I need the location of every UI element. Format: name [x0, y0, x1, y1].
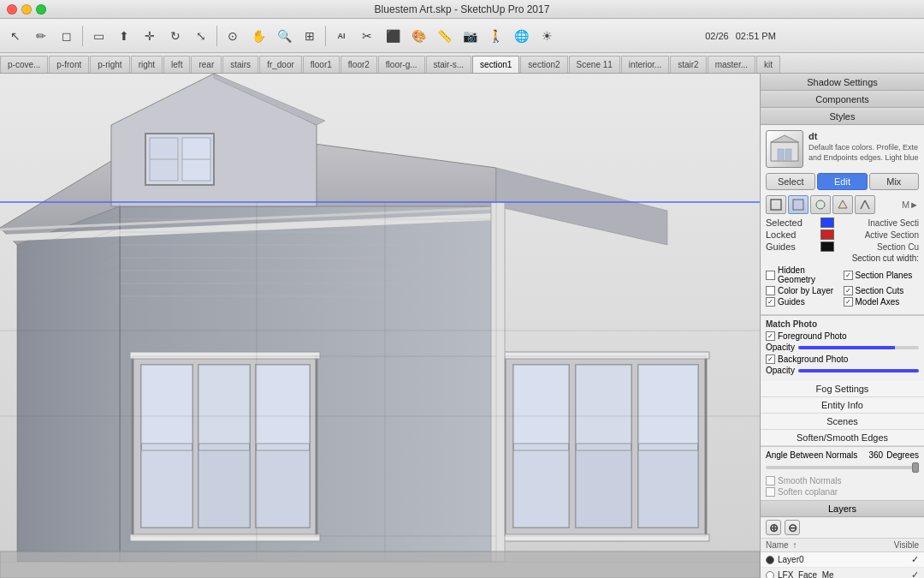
guides-swatch[interactable]	[820, 241, 834, 252]
layer-row[interactable]: Layer0✓	[761, 552, 924, 568]
layer-name: Layer0	[778, 555, 880, 564]
section-cuts-checkbox[interactable]	[844, 286, 853, 295]
section-cuts-label: Section Cu	[877, 242, 919, 252]
soften-coplanar-checkbox[interactable]	[766, 487, 775, 497]
shadow-tool[interactable]: ☀	[535, 24, 559, 48]
smooth-normals-check[interactable]: Smooth Normals	[766, 476, 919, 486]
tab-floor1[interactable]: floor1	[303, 56, 340, 73]
guides-check[interactable]: Guides	[766, 297, 842, 307]
svg-rect-31	[198, 365, 250, 444]
degrees-label: Degrees	[886, 450, 919, 460]
color-by-layer-checkbox[interactable]	[766, 286, 775, 295]
rotate-tool[interactable]: ↻	[163, 24, 187, 48]
tab-left[interactable]: left	[163, 56, 190, 73]
zoom-extents-tool[interactable]: ⊞	[298, 24, 322, 48]
scenes-item[interactable]: Scenes	[761, 414, 924, 430]
section-planes-checkbox[interactable]	[844, 271, 853, 280]
foreground-photo-checkbox[interactable]	[766, 331, 775, 341]
selected-swatch[interactable]	[820, 217, 834, 228]
tab-kit[interactable]: kit	[756, 56, 780, 73]
smooth-normals-checkbox[interactable]	[766, 476, 775, 486]
tab-master---[interactable]: master...	[708, 56, 755, 73]
tab-select[interactable]: Select	[766, 173, 815, 190]
add-layer-button[interactable]: ⊕	[766, 520, 781, 535]
maximize-button[interactable]	[36, 4, 46, 15]
tab-p-cove---[interactable]: p-cove...	[0, 56, 48, 73]
tab-interior---[interactable]: interior...	[621, 56, 669, 73]
tab-fr-door[interactable]: fr_door	[259, 56, 302, 73]
background-opacity-slider[interactable]	[798, 369, 919, 372]
measure-tool[interactable]: 📏	[432, 24, 456, 48]
hidden-geometry-check[interactable]: Hidden Geometry	[766, 265, 842, 284]
section-cuts-check[interactable]: Section Cuts	[844, 286, 920, 295]
zoom-tool[interactable]: 🔍	[272, 24, 296, 48]
section-tool[interactable]: ✂	[355, 24, 379, 48]
geo-tool[interactable]: 🌐	[509, 24, 533, 48]
soften-smooth-item[interactable]: Soften/Smooth Edges	[761, 430, 924, 446]
close-button[interactable]	[7, 4, 17, 15]
tab-edit[interactable]: Edit	[817, 173, 867, 190]
background-style-btn[interactable]	[810, 195, 831, 214]
hidden-geometry-checkbox[interactable]	[766, 271, 775, 280]
layer-row[interactable]: LFX_Face_Me✓	[761, 568, 924, 578]
components-header[interactable]: Components	[761, 91, 924, 108]
layer-dot[interactable]	[766, 571, 774, 579]
styles-header[interactable]: Styles	[761, 108, 924, 125]
section-planes-check[interactable]: Section Planes	[844, 265, 920, 284]
move-tool[interactable]: ✛	[138, 24, 162, 48]
tab-p-front[interactable]: p-front	[49, 56, 89, 73]
ai-tool[interactable]: AI	[329, 24, 353, 48]
tab-right[interactable]: right	[131, 56, 163, 73]
rectangle-tool[interactable]: ▭	[86, 24, 110, 48]
tab-mix[interactable]: Mix	[869, 173, 919, 190]
tab-section2[interactable]: section2	[520, 56, 567, 73]
layer-visible-check[interactable]: ✓	[880, 554, 919, 565]
tab-stairs[interactable]: stairs	[222, 56, 258, 73]
model-axes-checkbox[interactable]	[844, 297, 853, 307]
texture-tool[interactable]: 🎨	[406, 24, 430, 48]
remove-layer-button[interactable]: ⊖	[785, 520, 800, 535]
tab-p-right[interactable]: p-right	[90, 56, 129, 73]
push-pull-tool[interactable]: ⬆	[112, 24, 136, 48]
guides-checkbox[interactable]	[766, 297, 775, 307]
tab-Scene-11[interactable]: Scene 11	[569, 56, 620, 73]
layer-dot[interactable]	[766, 556, 774, 564]
foreground-opacity-slider[interactable]	[798, 346, 919, 349]
tab-floor-g---[interactable]: floor-g...	[378, 56, 425, 73]
svg-rect-64	[771, 142, 798, 161]
minimize-button[interactable]	[21, 4, 32, 15]
layers-header[interactable]: Layers	[761, 501, 924, 517]
edge-style-btn[interactable]	[766, 195, 786, 214]
modeling-style-btn[interactable]	[855, 195, 875, 214]
tab-rear[interactable]: rear	[191, 56, 222, 73]
tab-stair-s---[interactable]: stair-s...	[426, 56, 472, 73]
tab-floor2[interactable]: floor2	[341, 56, 377, 73]
layer-visible-check[interactable]: ✓	[880, 569, 919, 578]
window-controls[interactable]	[7, 4, 46, 15]
style-more[interactable]: M►	[902, 200, 919, 210]
component-tool[interactable]: ⬛	[381, 24, 405, 48]
scale-tool[interactable]: ⤡	[189, 24, 213, 48]
camera-tool[interactable]: 📷	[458, 24, 482, 48]
shadow-settings-header[interactable]: Shadow Settings	[761, 74, 924, 91]
walkthrough-tool[interactable]: 🚶	[483, 24, 507, 48]
tab-stair2[interactable]: stair2	[670, 56, 706, 73]
eraser-tool[interactable]: ◻	[55, 24, 79, 48]
entity-info-item[interactable]: Entity Info	[761, 397, 924, 414]
face-style-btn[interactable]	[788, 195, 808, 214]
color-by-layer-check[interactable]: Color by Layer	[766, 286, 842, 295]
angle-slider[interactable]	[766, 466, 919, 469]
soften-coplanar-check[interactable]: Soften coplanar	[766, 487, 919, 497]
angle-slider-handle[interactable]	[912, 462, 919, 473]
background-photo-checkbox[interactable]	[766, 355, 775, 364]
select-tool[interactable]: ↖	[3, 24, 27, 48]
viewport[interactable]	[0, 74, 760, 578]
orbit-tool[interactable]: ⊙	[221, 24, 245, 48]
tab-section1[interactable]: section1	[472, 56, 519, 73]
model-axes-check[interactable]: Model Axes	[844, 297, 920, 307]
fog-settings-item[interactable]: Fog Settings	[761, 381, 924, 397]
paint-tool[interactable]: ✏	[29, 24, 53, 48]
pan-tool[interactable]: ✋	[246, 24, 270, 48]
locked-swatch[interactable]	[820, 229, 834, 240]
watermark-style-btn[interactable]	[832, 195, 853, 214]
